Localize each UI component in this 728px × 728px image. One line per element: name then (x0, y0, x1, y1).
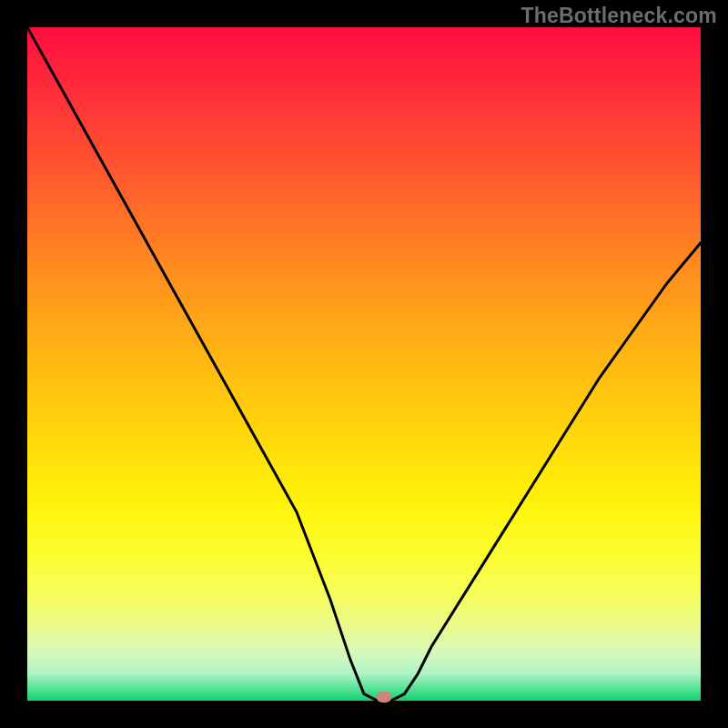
plot-area (27, 27, 701, 701)
optimum-marker (377, 692, 391, 703)
watermark-text: TheBottleneck.com (521, 4, 717, 28)
bottleneck-curve (27, 27, 701, 701)
curve-svg (27, 27, 701, 701)
chart-frame: TheBottleneck.com (0, 0, 728, 728)
